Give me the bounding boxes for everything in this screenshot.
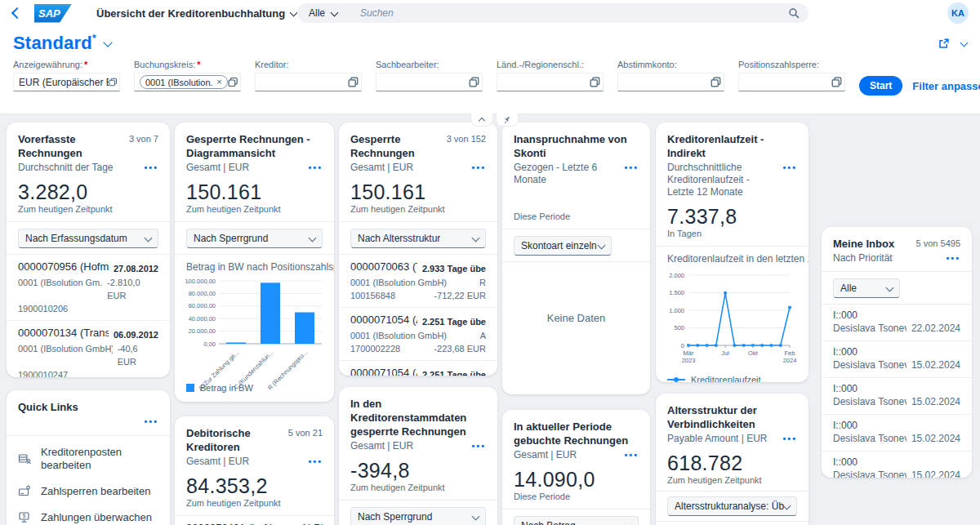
list-item[interactable]: 0000070491 (Lufthansa AirPlus Servic... … [175,516,334,525]
task-date: 15.02.2024 [911,432,960,446]
task-date: 15.02.2024 [911,358,960,372]
overflow-menu-icon[interactable] [144,416,158,427]
list-item[interactable]: 0000071054 (A...2.251 Tage übe 0001 (IBs… [339,360,497,376]
view-dropdown[interactable]: Nach Sperrgrund [186,229,323,248]
quick-link-zahlsperren[interactable]: Zahlsperren bearbeiten [18,478,158,505]
overflow-menu-icon[interactable] [782,433,797,444]
kpi-value: 150.161 [350,180,486,203]
positionszahlsperre-input[interactable] [738,73,845,91]
overflow-menu-icon[interactable] [471,440,486,452]
item-title: 0000071054 (A... [350,313,417,329]
overflow-menu-icon[interactable] [308,456,323,467]
line-chart[interactable]: 2.0001.5001.0005000Mär2023JulOktFeb2024 [661,269,801,370]
view-dropdown[interactable]: Skontoart einzeln [514,236,612,256]
back-icon[interactable] [11,7,23,19]
card-count: 3 von 152 [447,134,486,144]
view-dropdown[interactable]: Nach Sperrgrund [350,507,486,525]
list-item[interactable]: 0000070956 (Hofm...27.08.2012 0001 (IBso… [7,255,170,320]
kpi-subtitle: Zum heutigen Zeitpunkt [186,498,323,509]
dropdown-value: Nach Erfassungsdatum [25,233,127,244]
search-icon[interactable] [788,7,800,20]
overflow-menu-icon[interactable] [471,162,486,173]
overflow-menu-icon[interactable] [946,252,960,264]
inbox-item[interactable]: I::000 Desislava Tsoneva15.02.2024 [822,451,972,478]
collapse-header-button[interactable] [470,113,493,127]
invoice-list: 0000070956 (Hofm...27.08.2012 0001 (IBso… [7,255,170,377]
card-stammdaten-gesperrt: In den Kreditorenstammdaten gesperrte Re… [339,387,497,525]
filter-label: Buchungskreis:* [134,60,241,69]
kpi-value: 3.282,0 [18,180,158,203]
view-dropdown[interactable]: Nach Erfassungsdatum [18,229,158,248]
sap-logo[interactable]: SAP [34,4,72,23]
quick-links-list: Kreditorenposten bearbeiten Zahlsperren … [7,436,170,525]
task-title: I::000 [833,382,960,395]
value-help-icon[interactable] [831,77,842,87]
task-owner: Desislava Tsoneva [833,395,906,409]
adapt-filters-link[interactable]: Filter anpassen (2) [912,80,980,92]
task-owner: Desislava Tsoneva [833,322,906,336]
view-dropdown[interactable]: Nach Altersstruktur [350,229,486,248]
svg-text:Mär2023: Mär2023 [682,349,696,364]
line-items-icon [18,452,31,465]
inbox-item[interactable]: I::000 Desislava Tsoneva15.02.2024 [822,377,972,414]
card-title: Kreditorenlaufzeit - Indirekt [667,132,797,160]
shell-search[interactable]: Alle Suchen [297,3,808,23]
variant-selector[interactable]: Standard* [13,33,111,54]
quick-link-label: Kreditorenposten bearbeiten [41,446,158,472]
ap-overview-page: SAP Übersicht der Kreditorenbuchhaltung … [0,0,980,525]
value-help-icon[interactable] [109,77,117,87]
app-title-menu[interactable]: Übersicht der Kreditorenbuchhaltung [96,7,296,20]
chevron-down-icon [103,38,112,47]
kpi-subtitle: Zum heutigen Zeitpunkt [350,483,486,493]
overflow-menu-icon[interactable] [624,162,639,173]
item-title: 0000070063 (T... [350,260,417,276]
search-input[interactable]: Suchen [360,7,788,19]
quick-link-kreditorenposten[interactable]: Kreditorenposten bearbeiten [18,439,158,478]
inbox-item[interactable]: I::000 Desislava Tsoneva15.02.2024 [822,414,972,451]
dropdown-value: Nach Altersstruktur [358,233,440,244]
token-remove-icon[interactable]: × [216,78,221,87]
list-item[interactable]: 0000070063 (T...2.933 Tage übe 0001 (IBs… [339,255,497,307]
view-dropdown[interactable]: Altersstrukturanalyse: Überfällig [667,496,797,516]
bar-chart[interactable]: 100.000,0080.000,0060.000,0040.000,0020.… [180,277,325,378]
value-help-icon[interactable] [348,77,359,87]
chevron-down-icon[interactable] [960,38,969,47]
chart-title: Betrag in BW nach Positionszahlsperre ..… [175,255,334,274]
legend-label: Kreditorenlaufzeit [691,375,761,382]
view-dropdown[interactable]: Nach Betrag [514,516,639,525]
abstimmkonto-input[interactable] [617,73,724,91]
buchungskreis-input[interactable]: 0001 (IBsolution...× [134,73,241,91]
list-item[interactable]: 0000071054 (A...2.251 Tage übe 0001 (IBs… [339,307,497,360]
value-help-icon[interactable] [590,77,600,87]
card-title: In den Kreditorenstammdaten gesperrte Re… [350,397,486,438]
card-subtitle: Durchschnittliche Kreditorenlaufzeit - L… [667,162,776,198]
item-title: 0000071054 (A... [350,366,417,376]
value-help-icon[interactable] [228,77,238,87]
search-scope-select[interactable]: Alle [309,7,337,19]
quick-link-zahlungen[interactable]: $ Zahlungen überwachen [18,505,158,525]
value-help-icon[interactable] [469,77,479,87]
inbox-item[interactable]: I::000 Desislava Tsoneva22.02.2024 [822,305,972,340]
inbox-item[interactable]: I::000 Desislava Tsoneva15.02.2024 [822,340,972,377]
overflow-menu-icon[interactable] [144,162,158,173]
kreditor-input[interactable] [255,73,362,91]
value-help-icon[interactable] [710,77,721,87]
anzeigewaehrung-input[interactable]: EUR (Europäischer Euro) [13,73,120,91]
sachbearbeiter-input[interactable] [376,73,483,91]
overflow-menu-icon[interactable] [308,162,323,173]
pin-header-button[interactable] [496,113,519,127]
filter-token[interactable]: 0001 (IBsolution...× [140,75,228,89]
filter-field-sachbearbeiter: Sachbearbeiter: [376,60,483,96]
item-docnum: 1900010247 [18,368,68,377]
overflow-menu-icon[interactable] [624,449,639,460]
chart-title: Kreditorenlaufzeit in den letzten 12 Mo.… [656,247,808,265]
list-item[interactable]: 0000070134 (Trans...06.09.2012 0001 (IBs… [7,320,170,377]
item-title: 0000070134 (Trans... [18,326,109,342]
filter-value: EUR (Europäischer Euro) [19,77,109,88]
share-icon[interactable] [938,38,950,50]
priority-dropdown[interactable]: Alle [833,278,900,298]
regionenschl-input[interactable] [497,73,604,91]
start-button[interactable]: Start [859,76,902,96]
overflow-menu-icon[interactable] [782,162,797,173]
user-avatar[interactable]: KA [947,2,969,24]
